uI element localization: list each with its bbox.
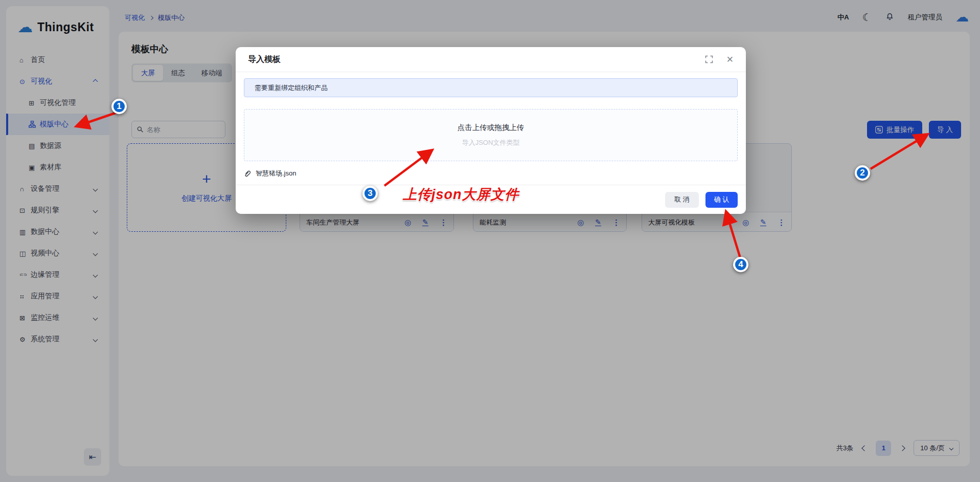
paperclip-icon bbox=[244, 170, 251, 177]
step-badge-3: 3 bbox=[362, 186, 378, 201]
modal-title: 导入模板 bbox=[248, 54, 705, 65]
upload-sub-text: 导入JSON文件类型 bbox=[462, 138, 520, 147]
upload-dropzone[interactable]: 点击上传或拖拽上传 导入JSON文件类型 bbox=[244, 109, 738, 161]
close-icon[interactable]: ✕ bbox=[726, 54, 734, 65]
cancel-button[interactable]: 取 消 bbox=[665, 192, 699, 208]
uploaded-file-item[interactable]: 智慧猪场.json bbox=[244, 169, 738, 178]
step-badge-1: 1 bbox=[111, 99, 127, 114]
uploaded-file-name: 智慧猪场.json bbox=[256, 169, 296, 178]
rebind-alert: 需要重新绑定组织和产品 bbox=[244, 78, 738, 97]
confirm-button[interactable]: 确 认 bbox=[705, 192, 738, 208]
annotation-note: 上传json大屏文件 bbox=[403, 185, 519, 204]
upload-main-text: 点击上传或拖拽上传 bbox=[458, 123, 525, 133]
fullscreen-expand-icon[interactable] bbox=[705, 55, 713, 63]
step-badge-2: 2 bbox=[855, 165, 870, 181]
app-window: ☁ ThingsKit ⌂ 首页 ⊙ 可视化 ⊞ 可视化管理 bbox=[0, 0, 980, 482]
step-badge-4: 4 bbox=[733, 257, 748, 272]
